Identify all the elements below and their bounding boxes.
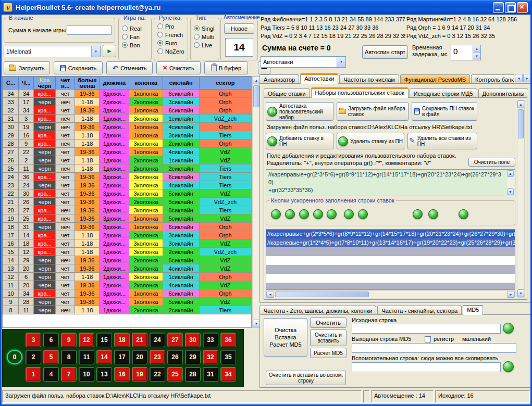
list-empty-row[interactable] (266, 256, 515, 265)
roulette-number-cell[interactable]: 6 (43, 333, 59, 347)
radio-icon[interactable] (122, 26, 128, 31)
start-sum-input[interactable] (67, 26, 112, 35)
roulette-number-cell[interactable]: 10 (79, 367, 94, 382)
radio-icon[interactable] (122, 34, 128, 40)
roulette-number-cell[interactable]: 4 (43, 367, 59, 382)
radio-icon[interactable] (157, 23, 163, 29)
roulette-number-cell[interactable]: 21 (132, 333, 147, 347)
quick-bet-button-7[interactable] (358, 209, 368, 219)
chevron-down-icon[interactable] (337, 57, 345, 67)
radio-option-multi[interactable]: Multi (194, 33, 219, 40)
quick-bet-button-3[interactable] (299, 209, 309, 219)
roulette-number-cell[interactable]: 33 (203, 333, 218, 347)
roulette-number-cell[interactable]: 31 (203, 367, 218, 382)
scroll-up-icon[interactable] (517, 100, 524, 108)
radio-option-live[interactable]: Live (194, 42, 219, 48)
radio-option-real[interactable]: Real (122, 25, 151, 32)
list-item[interactable]: //кареправые+gr(2*3*5*6)+gr(8*9*11*12)+g… (266, 230, 515, 238)
roulette-number-cell[interactable]: 13 (96, 367, 112, 382)
main-tab-4[interactable]: Функционал PsevdoMS (400, 74, 470, 84)
radio-icon[interactable] (157, 32, 163, 37)
radio-option-fan[interactable]: Fan (122, 33, 151, 40)
roulette-number-cell[interactable]: 11 (79, 350, 94, 364)
quick-bet-button-9[interactable] (428, 209, 438, 219)
list-empty-row[interactable] (266, 247, 515, 256)
roulette-number-cell[interactable]: 32 (203, 350, 218, 364)
roulette-number-cell[interactable]: 3 (26, 333, 41, 347)
roulette-number-cell[interactable]: 22 (150, 367, 165, 382)
roulette-number-cell[interactable]: 19 (132, 367, 147, 382)
list-empty-row[interactable] (266, 274, 515, 283)
radio-option-french[interactable]: French (157, 31, 188, 38)
roulette-number-cell[interactable]: 24 (150, 333, 165, 347)
new-number-button[interactable]: Новое (224, 23, 254, 34)
toolbar-button-4[interactable]: Очистить (156, 61, 201, 74)
spin-down-icon[interactable] (473, 53, 480, 60)
radio-icon[interactable] (194, 26, 200, 31)
roulette-number-cell[interactable]: 35 (220, 350, 236, 364)
spin-up-icon[interactable] (473, 45, 480, 53)
radio-icon[interactable] (122, 42, 128, 48)
roulette-zero-cell[interactable]: 0 (7, 350, 22, 364)
roulette-number-cell[interactable]: 34 (220, 367, 236, 382)
radio-option-pro[interactable]: Pro (157, 23, 188, 30)
roulette-number-cell[interactable]: 12 (79, 333, 94, 347)
radio-option-bon[interactable]: Bon (122, 42, 151, 48)
toolbar-button-1[interactable]: Загрузить (4, 61, 50, 74)
quick-bet-button-2[interactable] (285, 209, 295, 219)
md5-source-action-button[interactable] (503, 323, 514, 334)
roulette-number-cell[interactable]: 15 (96, 333, 112, 347)
md5-aux-action-button[interactable] (503, 361, 514, 372)
load-bet-set-button[interactable]: Загрузить файл набора ставок (337, 102, 409, 121)
md5-clear-button[interactable]: Очистить (310, 318, 347, 328)
radio-icon[interactable] (157, 48, 163, 54)
roulette-number-cell[interactable]: 9 (61, 333, 77, 347)
delete-bet-button[interactable]: Удалить ставку из ПН (337, 133, 404, 149)
sub-tab-1[interactable]: Общие ставки (264, 88, 310, 98)
main-tab-5[interactable]: Контроль банкролла (471, 74, 514, 84)
close-button[interactable] (517, 2, 528, 13)
md5-clear-paste-button[interactable]: Очистить и вставить (310, 329, 347, 346)
roulette-number-cell[interactable]: 1 (26, 367, 41, 382)
roulette-number-cell[interactable]: 14 (96, 350, 112, 364)
bet-edit-field[interactable]: //кареправые+gr(2*3*5*6)+gr(8*9*11*12)+g… (266, 169, 515, 196)
main-tab-3[interactable]: Частоты по числам (339, 74, 399, 84)
sub-tab-3[interactable]: Исходные строки МД5 (410, 88, 477, 98)
maximize-button[interactable] (505, 2, 516, 13)
list-scrollbar-thumb[interactable] (275, 291, 369, 297)
radio-icon[interactable] (194, 42, 200, 48)
save-bet-set-button[interactable]: Сохранить ПН ставок в файл (412, 102, 477, 121)
autobets-combo[interactable]: Автоставки (261, 56, 346, 68)
panel-scrollbar[interactable] (517, 100, 525, 298)
scroll-down-icon[interactable] (517, 289, 524, 297)
roulette-number-cell[interactable]: 7 (61, 367, 77, 382)
roulette-number-cell[interactable]: 36 (220, 333, 236, 347)
roulette-number-cell[interactable]: 30 (185, 333, 201, 347)
list-horizontal-scrollbar[interactable] (266, 290, 515, 298)
roulette-number-cell[interactable]: 17 (114, 350, 130, 364)
toolbar-button-2[interactable]: Сохранить (54, 61, 103, 74)
list-empty-row[interactable] (266, 265, 515, 274)
chevron-down-icon[interactable] (91, 46, 100, 57)
tab-scroll-left-button[interactable] (515, 74, 523, 82)
quick-bet-button-5[interactable] (327, 209, 337, 219)
roulette-number-cell[interactable]: 29 (185, 350, 201, 364)
toolbar-button-3[interactable]: Отменить (106, 61, 153, 74)
autospin-start-button[interactable]: Автоспин старт (362, 45, 408, 59)
roulette-number-cell[interactable]: 27 (167, 333, 183, 347)
roulette-number-cell[interactable]: 5 (43, 350, 59, 364)
delay-spinner[interactable]: 0 (451, 45, 481, 60)
freq-tab-3[interactable]: MD5 (463, 305, 483, 315)
edit-field-scrollbar[interactable] (507, 170, 514, 195)
md5-calc-button[interactable]: Расчет MD5 (310, 348, 347, 358)
list-empty-row[interactable] (266, 283, 515, 290)
roulette-number-cell[interactable]: 18 (114, 333, 130, 347)
profile-combo[interactable]: 1Melonati (4, 46, 101, 57)
clear-field-button[interactable]: Очистить поле (468, 158, 515, 167)
radio-option-nozero[interactable]: NoZero (157, 48, 188, 55)
roulette-number-cell[interactable]: 25 (167, 367, 183, 382)
list-item[interactable]: //карелевые+gr(1*2*4*5)+gr(7*8*10*11)+gr… (266, 238, 515, 247)
minimize-button[interactable] (493, 2, 504, 13)
radio-icon[interactable] (194, 34, 200, 40)
bet-set-list[interactable]: //кареправые+gr(2*3*5*6)+gr(8*9*11*12)+g… (266, 229, 515, 290)
